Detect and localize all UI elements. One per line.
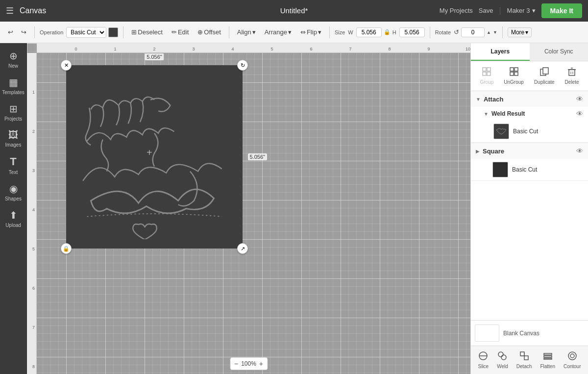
- offset-button[interactable]: ⊕ Offset: [195, 26, 223, 38]
- slice-button[interactable]: Slice: [475, 349, 491, 371]
- layers-list: ▼ Attach 👁 ▼ Weld Result 👁: [471, 91, 588, 320]
- separator-3: [229, 26, 229, 38]
- svg-rect-0: [483, 68, 486, 71]
- sidebar-item-templates[interactable]: ▦ Templates: [1, 74, 25, 98]
- handle-close[interactable]: ✕: [61, 60, 72, 71]
- projects-icon: ⊞: [9, 103, 18, 115]
- sidebar-item-projects[interactable]: ⊞ Projects: [1, 100, 25, 125]
- weld-result-subgroup: ▼ Weld Result 👁 Basic Cut: [471, 107, 588, 143]
- sidebar-item-text[interactable]: T Text: [1, 152, 25, 178]
- weld-result-collapse-icon: ▼: [484, 111, 489, 117]
- menu-icon[interactable]: ☰: [6, 5, 14, 16]
- design-text-art: [66, 65, 243, 249]
- layer-item-square-cut[interactable]: Basic Cut: [471, 159, 588, 180]
- tab-color-sync[interactable]: Color Sync: [530, 43, 588, 61]
- align-group: Align ▾: [234, 26, 259, 38]
- contour-button[interactable]: Contour: [561, 349, 584, 371]
- ungroup-button[interactable]: UnGroup: [500, 65, 528, 87]
- rotate-input[interactable]: [461, 27, 485, 37]
- ruler-mark-6: 6: [310, 47, 312, 51]
- height-input[interactable]: [399, 27, 425, 37]
- text-icon: T: [10, 155, 16, 168]
- width-input[interactable]: [356, 27, 382, 37]
- weld-button[interactable]: Weld: [494, 349, 511, 371]
- flip-button[interactable]: ⇔ Flip ▾: [297, 26, 324, 38]
- new-label: New: [8, 63, 18, 69]
- sidebar-item-shapes[interactable]: ◉ Shapes: [1, 180, 25, 204]
- arrange-button[interactable]: Arrange ▾: [262, 26, 294, 38]
- canvas-area[interactable]: 0 1 2 3 4 5 6 7 8 9 10 1 2 3 4 5 6 7 8: [27, 43, 470, 374]
- lock-icon[interactable]: 🔒: [384, 29, 391, 35]
- layer-group-attach: ▼ Attach 👁 ▼ Weld Result 👁: [471, 91, 588, 143]
- undo-button[interactable]: ↩: [5, 26, 16, 38]
- size-group: Size W 🔒 H: [335, 27, 425, 37]
- arrange-label: Arrange: [265, 28, 287, 36]
- align-button[interactable]: Align ▾: [234, 26, 259, 38]
- operation-select[interactable]: Basic Cut: [66, 27, 106, 38]
- svg-rect-1: [487, 68, 490, 71]
- rotate-icon: ↺: [454, 28, 459, 36]
- panel-actions: Group UnGroup: [471, 61, 588, 91]
- edit-button[interactable]: ✏ Edit: [169, 26, 192, 38]
- duplicate-label: Duplicate: [534, 79, 555, 85]
- separator-6: [502, 26, 503, 38]
- ruler-mark-8: 8: [388, 47, 391, 51]
- handle-lock[interactable]: 🔒: [61, 243, 72, 254]
- new-icon: ⊕: [9, 50, 18, 62]
- tab-layers[interactable]: Layers: [471, 43, 530, 61]
- more-button[interactable]: More ▾: [508, 27, 532, 37]
- offset-label: Offset: [204, 28, 220, 36]
- separator-1: [34, 26, 35, 38]
- sidebar-item-new[interactable]: ⊕ New: [1, 47, 25, 72]
- upload-label: Upload: [5, 223, 21, 228]
- layer-item-weld-cut[interactable]: Basic Cut: [479, 121, 588, 142]
- rotate-stepper-down[interactable]: ▼: [493, 30, 497, 35]
- redo-button[interactable]: ↪: [18, 26, 29, 38]
- ruler-mark-v6: 6: [32, 286, 35, 291]
- dimension-height: 5.056": [248, 153, 267, 160]
- deselect-group: ⊞ Deselect: [128, 26, 166, 38]
- zoom-out-button[interactable]: −: [233, 359, 239, 369]
- offset-group: ⊕ Offset: [195, 26, 223, 38]
- sidebar-item-images[interactable]: 🖼 Images: [1, 126, 25, 150]
- detach-button[interactable]: Detach: [514, 349, 535, 371]
- size-label: Size: [335, 29, 345, 35]
- delete-button[interactable]: Delete: [561, 65, 583, 87]
- design-element[interactable]: ✕ ↻ 🔒 ↗ 5.056" 5.056": [66, 65, 243, 249]
- ruler-mark-v2: 2: [32, 129, 35, 134]
- svg-rect-27: [544, 358, 552, 359]
- my-projects-link[interactable]: My Projects: [440, 7, 473, 14]
- svg-rect-21: [520, 352, 524, 356]
- document-title: Untitled*: [280, 6, 308, 15]
- templates-icon: ▦: [9, 76, 18, 88]
- svg-rect-26: [544, 356, 552, 357]
- flatten-button[interactable]: Flatten: [537, 349, 558, 371]
- canvas-content: ✕ ↻ 🔒 ↗ 5.056" 5.056": [37, 53, 470, 359]
- square-visibility-icon[interactable]: 👁: [576, 147, 583, 155]
- save-button[interactable]: Save: [479, 7, 493, 14]
- edit-icon: ✏: [172, 28, 177, 36]
- delete-icon: [567, 67, 576, 78]
- svg-point-28: [568, 352, 576, 360]
- duplicate-button[interactable]: Duplicate: [530, 65, 559, 87]
- group-button[interactable]: Group: [476, 65, 498, 87]
- deselect-button[interactable]: ⊞ Deselect: [128, 26, 166, 38]
- weld-result-visibility-icon[interactable]: 👁: [576, 110, 583, 118]
- square-group-header[interactable]: ▶ Square 👁: [471, 143, 588, 159]
- zoom-in-button[interactable]: +: [258, 359, 264, 369]
- templates-label: Templates: [2, 90, 24, 95]
- attach-visibility-icon[interactable]: 👁: [576, 95, 583, 103]
- handle-rotate[interactable]: ↻: [237, 60, 248, 71]
- color-swatch[interactable]: [108, 27, 118, 37]
- rotate-stepper-up[interactable]: ▲: [487, 30, 491, 35]
- make-it-button[interactable]: Make It: [541, 3, 582, 18]
- handle-resize[interactable]: ↗: [237, 243, 248, 254]
- flip-label: Flip: [307, 28, 317, 36]
- edit-label: Edit: [178, 28, 189, 36]
- flatten-icon: [543, 351, 553, 363]
- sidebar-item-upload[interactable]: ⬆ Upload: [1, 206, 25, 231]
- ruler-mark-2: 2: [153, 47, 155, 51]
- machine-selector[interactable]: Maker 3 ▾: [507, 7, 536, 14]
- weld-result-header[interactable]: ▼ Weld Result 👁: [479, 107, 588, 121]
- attach-group-header[interactable]: ▼ Attach 👁: [471, 91, 588, 107]
